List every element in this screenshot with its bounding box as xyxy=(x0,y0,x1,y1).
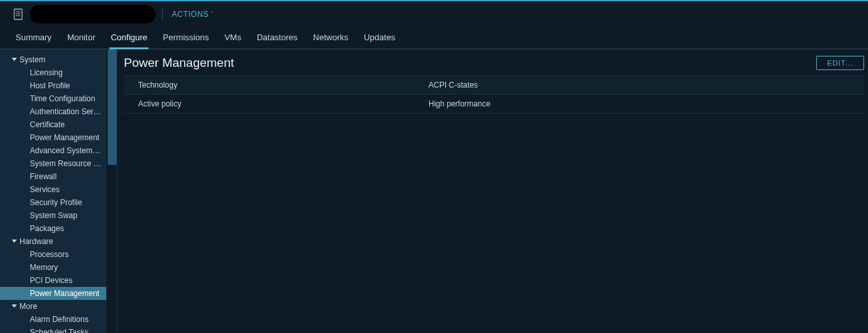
tab-updates[interactable]: Updates xyxy=(356,27,403,49)
sidebar-group-system[interactable]: System xyxy=(0,53,106,66)
host-icon xyxy=(13,8,23,20)
table-row: Active policyHigh performance xyxy=(124,95,864,114)
content-body: SystemLicensingHost ProfileTime Configur… xyxy=(0,49,868,333)
property-value: High performance xyxy=(428,99,864,108)
sidebar-item-processors[interactable]: Processors xyxy=(0,248,106,261)
sidebar-item-security-profile[interactable]: Security Profile xyxy=(0,196,106,209)
main-panel: Power Management EDIT... TechnologyACPI … xyxy=(117,49,868,333)
header-divider xyxy=(162,8,163,21)
sidebar-item-packages[interactable]: Packages xyxy=(0,222,106,235)
sidebar-item-services[interactable]: Services xyxy=(0,183,106,196)
actions-menu[interactable]: ACTIONS ˇ xyxy=(172,10,214,19)
property-value: ACPI C-states xyxy=(428,80,864,90)
property-label: Technology xyxy=(138,80,428,90)
sidebar-item-system-resource-reservation[interactable]: System Resource Re… xyxy=(0,157,106,170)
chevron-down-icon: ˇ xyxy=(211,11,214,18)
properties-table: TechnologyACPI C-statesActive policyHigh… xyxy=(124,75,864,114)
table-row: TechnologyACPI C-states xyxy=(124,76,864,95)
sidebar-item-scheduled-tasks[interactable]: Scheduled Tasks xyxy=(0,326,106,333)
host-name-redacted xyxy=(30,5,156,23)
sidebar-item-licensing[interactable]: Licensing xyxy=(0,66,106,79)
tab-permissions[interactable]: Permissions xyxy=(155,27,217,49)
sidebar-item-alarm-definitions[interactable]: Alarm Definitions xyxy=(0,313,106,326)
sidebar-scroll[interactable]: SystemLicensingHost ProfileTime Configur… xyxy=(0,49,106,333)
sidebar-item-power-management-sys[interactable]: Power Management xyxy=(0,131,106,144)
tab-vms[interactable]: VMs xyxy=(217,27,249,49)
sidebar-item-pci-devices[interactable]: PCI Devices xyxy=(0,274,106,287)
caret-down-icon xyxy=(12,240,17,243)
sidebar-item-time-configuration[interactable]: Time Configuration xyxy=(0,92,106,105)
sidebar-group-more[interactable]: More xyxy=(0,300,106,313)
sidebar-item-authentication-services[interactable]: Authentication Servi… xyxy=(0,105,106,118)
page-title: Power Management xyxy=(124,56,234,70)
sidebar-item-advanced-system-settings[interactable]: Advanced System S… xyxy=(0,144,106,157)
caret-down-icon xyxy=(12,58,17,61)
sidebar-group-hardware[interactable]: Hardware xyxy=(0,235,106,248)
tab-datastores[interactable]: Datastores xyxy=(249,27,305,49)
sidebar-scrollbar-thumb[interactable] xyxy=(108,49,117,165)
tab-networks[interactable]: Networks xyxy=(305,27,356,49)
sidebar-group-label: Hardware xyxy=(19,237,53,246)
sidebar-group-label: More xyxy=(19,302,37,311)
tab-configure[interactable]: Configure xyxy=(103,27,155,49)
main-header: Power Management EDIT... xyxy=(124,56,864,70)
tab-summary[interactable]: Summary xyxy=(8,27,60,49)
tab-bar: SummaryMonitorConfigurePermissionsVMsDat… xyxy=(0,27,868,49)
sidebar-item-system-swap[interactable]: System Swap xyxy=(0,209,106,222)
sidebar-item-memory[interactable]: Memory xyxy=(0,261,106,274)
tab-monitor[interactable]: Monitor xyxy=(60,27,103,49)
header: ACTIONS ˇ xyxy=(0,1,868,27)
sidebar-item-firewall[interactable]: Firewall xyxy=(0,170,106,183)
sidebar: SystemLicensingHost ProfileTime Configur… xyxy=(0,49,117,333)
actions-label: ACTIONS xyxy=(172,10,209,19)
sidebar-group-label: System xyxy=(19,55,45,64)
sidebar-item-certificate[interactable]: Certificate xyxy=(0,118,106,131)
property-label: Active policy xyxy=(138,99,428,108)
sidebar-item-power-management-hw[interactable]: Power Management xyxy=(0,287,106,300)
sidebar-item-host-profile[interactable]: Host Profile xyxy=(0,79,106,92)
caret-down-icon xyxy=(12,304,17,308)
svg-rect-0 xyxy=(14,9,22,19)
edit-button[interactable]: EDIT... xyxy=(816,56,864,70)
